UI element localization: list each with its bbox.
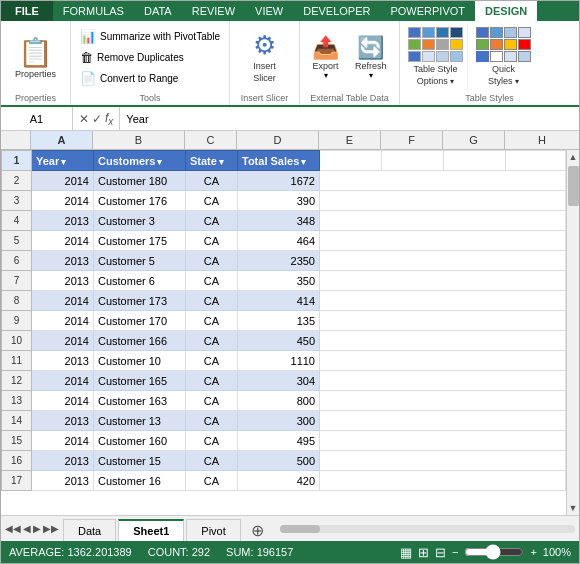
table-styles-group-label: Table Styles <box>404 91 575 103</box>
col-header-a[interactable]: A <box>31 131 93 149</box>
remove-duplicates-button[interactable]: 🗑 Remove Duplicates <box>77 48 223 67</box>
properties-group-label: Properties <box>15 91 56 103</box>
insert-slicer-group: ⚙ InsertSlicer Insert Slicer <box>230 21 300 105</box>
export-button[interactable]: 📤 Export ▾ <box>306 31 345 84</box>
sheet-tab-pivot[interactable]: Pivot <box>186 519 240 541</box>
refresh-button[interactable]: 🔄 Refresh ▾ <box>349 31 393 84</box>
vertical-scrollbar[interactable]: ▲ ▼ <box>566 150 579 515</box>
tools-group: 📊 Summarize with PivotTable 🗑 Remove Dup… <box>71 21 230 105</box>
swatch-12 <box>450 51 463 62</box>
tab-review[interactable]: REVIEW <box>182 1 245 21</box>
normal-view-icon[interactable]: ▦ <box>400 545 412 560</box>
h-scroll-thumb[interactable] <box>280 525 320 533</box>
sheet-tab-data[interactable]: Data <box>63 519 116 541</box>
header-state[interactable]: State▾ <box>186 151 238 171</box>
slicer-group-label: Insert Slicer <box>241 91 289 103</box>
file-tab[interactable]: FILE <box>1 1 53 21</box>
table-row: 6 2013 Customer 5 CA 2350 <box>2 251 566 271</box>
row-header-11: 11 <box>2 351 32 371</box>
cell-d3[interactable]: 390 <box>238 191 320 211</box>
row-header-8: 8 <box>2 291 32 311</box>
convert-to-range-button[interactable]: 📄 Convert to Range <box>77 69 223 88</box>
qs-swatch-4 <box>518 27 531 38</box>
tab-design[interactable]: DESIGN <box>475 1 537 21</box>
scroll-down-button[interactable]: ▼ <box>569 503 578 513</box>
sheet-nav-last[interactable]: ▶▶ <box>43 523 59 534</box>
swatch-9 <box>408 51 421 62</box>
sheet-nav-next[interactable]: ▶ <box>33 523 41 534</box>
qs-swatch-6 <box>490 39 503 50</box>
table-row: 10 2014 Customer 166 CA 450 <box>2 331 566 351</box>
row-header-2: 2 <box>2 171 32 191</box>
tab-developer[interactable]: DEVELOPER <box>293 1 380 21</box>
col-header-f[interactable]: F <box>381 131 443 149</box>
formula-input[interactable] <box>120 107 579 130</box>
sheet-nav-first[interactable]: ◀◀ <box>5 523 21 534</box>
row-header-6: 6 <box>2 251 32 271</box>
formula-confirm-icon[interactable]: ✓ <box>92 112 102 126</box>
table-row: 14 2013 Customer 13 CA 300 <box>2 411 566 431</box>
table-row: 15 2014 Customer 160 CA 495 <box>2 431 566 451</box>
row-header-7: 7 <box>2 271 32 291</box>
cell-a3[interactable]: 2014 <box>32 191 94 211</box>
tab-data[interactable]: DATA <box>134 1 182 21</box>
zoom-out-icon[interactable]: − <box>452 546 458 558</box>
qs-swatch-9 <box>476 51 489 62</box>
sheet-tab-add[interactable]: ⊕ <box>243 519 272 541</box>
duplicates-icon: 🗑 <box>80 50 93 65</box>
col-header-d[interactable]: D <box>237 131 319 149</box>
formula-insert-icon[interactable]: fx <box>105 111 113 127</box>
table-row: 8 2014 Customer 173 CA 414 <box>2 291 566 311</box>
header-year[interactable]: Year▾ <box>32 151 94 171</box>
qs-swatch-1 <box>476 27 489 38</box>
zoom-slider[interactable] <box>464 548 524 556</box>
quick-styles-button[interactable]: QuickStyles ▾ <box>472 23 535 91</box>
table-styles-group: Table StyleOptions ▾ <box>400 21 579 105</box>
cell-c3[interactable]: CA <box>186 191 238 211</box>
page-layout-icon[interactable]: ⊞ <box>418 545 429 560</box>
scroll-thumb[interactable] <box>568 166 579 206</box>
col-header-h[interactable]: H <box>505 131 579 149</box>
col-header-e[interactable]: E <box>319 131 381 149</box>
col-header-b[interactable]: B <box>93 131 185 149</box>
sheet-tab-sheet1[interactable]: Sheet1 <box>118 519 184 541</box>
scroll-up-button[interactable]: ▲ <box>569 152 578 162</box>
summarize-pivot-button[interactable]: 📊 Summarize with PivotTable <box>77 27 223 46</box>
sheet-nav-prev[interactable]: ◀ <box>23 523 31 534</box>
export-icon: 📤 <box>312 35 339 61</box>
row-header-15: 15 <box>2 431 32 451</box>
row-header-16: 16 <box>2 451 32 471</box>
table-style-options-button[interactable]: Table StyleOptions ▾ <box>404 23 468 91</box>
row-header-13: 13 <box>2 391 32 411</box>
formula-cancel-icon[interactable]: ✕ <box>79 112 89 126</box>
properties-button[interactable]: 📋 Properties <box>11 32 60 83</box>
tab-formulas[interactable]: FORMULAS <box>53 1 134 21</box>
zoom-in-icon[interactable]: + <box>530 546 536 558</box>
table-row: 5 2014 Customer 175 CA 464 <box>2 231 566 251</box>
row-header-12: 12 <box>2 371 32 391</box>
cell-d2[interactable]: 1672 <box>238 171 320 191</box>
horizontal-scrollbar[interactable] <box>276 523 579 535</box>
col-header-c[interactable]: C <box>185 131 237 149</box>
swatch-4 <box>450 27 463 38</box>
table-row: 12 2014 Customer 165 CA 304 <box>2 371 566 391</box>
cell-c2[interactable]: CA <box>186 171 238 191</box>
page-break-icon[interactable]: ⊟ <box>435 545 446 560</box>
tab-view[interactable]: VIEW <box>245 1 293 21</box>
cell-a2[interactable]: 2014 <box>32 171 94 191</box>
col-header-g[interactable]: G <box>443 131 505 149</box>
header-customers[interactable]: Customers▾ <box>94 151 186 171</box>
zoom-level: 100% <box>543 546 571 558</box>
table-row: 3 2014 Customer 176 CA 390 <box>2 191 566 211</box>
cell-b3[interactable]: Customer 176 <box>94 191 186 211</box>
table-row: 16 2013 Customer 15 CA 500 <box>2 451 566 471</box>
properties-group: 📋 Properties Properties <box>1 21 71 105</box>
header-total-sales[interactable]: Total Sales▾ <box>238 151 320 171</box>
qs-swatch-8 <box>518 39 531 50</box>
cell-b2[interactable]: Customer 180 <box>94 171 186 191</box>
tab-powerpivot[interactable]: POWERPIVOT <box>380 1 475 21</box>
cell-reference-box[interactable]: A1 <box>1 107 73 130</box>
insert-slicer-button[interactable]: ⚙ InsertSlicer <box>249 26 280 88</box>
swatch-2 <box>422 27 435 38</box>
table-row: 17 2013 Customer 16 CA 420 <box>2 471 566 491</box>
